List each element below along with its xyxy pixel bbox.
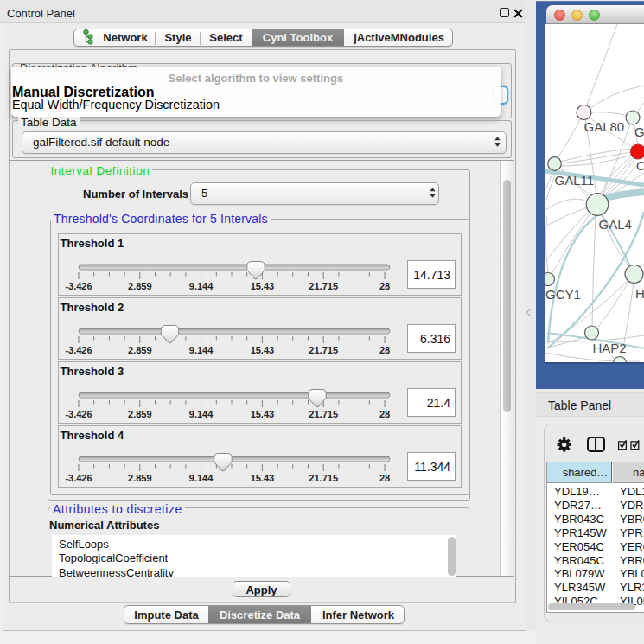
svg-text:HIS4: HIS4	[635, 286, 644, 301]
svg-text:9.144: 9.144	[189, 409, 214, 419]
svg-text:15.43: 15.43	[251, 473, 275, 483]
svg-text:GA: GA	[634, 124, 644, 139]
svg-text:2.859: 2.859	[128, 409, 152, 419]
svg-text:GAL4: GAL4	[599, 217, 632, 232]
svg-text:15.43: 15.43	[251, 409, 275, 419]
svg-text:21.715: 21.715	[309, 473, 338, 483]
svg-text:21.715: 21.715	[309, 281, 338, 291]
svg-text:GCY1: GCY1	[545, 287, 581, 302]
svg-text:15.43: 15.43	[251, 345, 275, 355]
svg-text:-3.426: -3.426	[65, 473, 92, 483]
svg-text:2.859: 2.859	[128, 473, 152, 483]
svg-text:2.859: 2.859	[128, 345, 152, 355]
svg-text:GAL80: GAL80	[584, 119, 625, 134]
svg-text:15.43: 15.43	[251, 281, 275, 291]
svg-text:2.859: 2.859	[128, 281, 152, 291]
svg-text:9.144: 9.144	[189, 473, 214, 483]
svg-text:21.715: 21.715	[309, 409, 338, 419]
svg-text:GAL11: GAL11	[555, 173, 595, 188]
svg-text:CD: CD	[636, 158, 644, 173]
svg-text:-3.426: -3.426	[65, 345, 92, 355]
svg-text:28: 28	[379, 409, 390, 419]
svg-text:28: 28	[379, 281, 390, 291]
svg-text:28: 28	[379, 345, 390, 355]
svg-text:-3.426: -3.426	[65, 409, 92, 419]
svg-text:HAP2: HAP2	[593, 341, 627, 355]
svg-text:-3.426: -3.426	[65, 281, 92, 291]
svg-text:9.144: 9.144	[189, 281, 214, 291]
svg-text:21.715: 21.715	[309, 345, 338, 355]
svg-text:9.144: 9.144	[189, 345, 214, 355]
svg-text:28: 28	[379, 473, 390, 483]
